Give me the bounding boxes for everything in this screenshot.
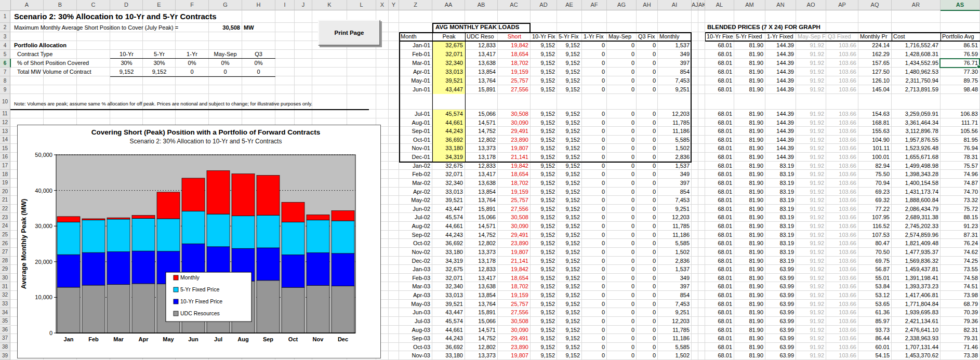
row-header-18[interactable]: 18 <box>0 170 10 179</box>
cell[interactable]: Aug-02 <box>399 222 432 231</box>
column-header-AA[interactable]: AA <box>432 0 465 10</box>
select-all-corner[interactable] <box>0 0 11 11</box>
cell[interactable]: Oct-02 <box>399 239 432 248</box>
cell[interactable]: 45,574 <box>432 110 465 118</box>
cell[interactable]: 144.39 <box>765 41 796 50</box>
cell[interactable]: 91.23 <box>941 222 980 231</box>
cell[interactable]: 68.01 <box>705 257 734 265</box>
cell[interactable]: 91.92 <box>796 136 826 144</box>
cell[interactable]: 0 <box>637 351 658 360</box>
cell[interactable]: 103.66 <box>826 188 858 196</box>
cell[interactable]: 0 <box>637 188 658 196</box>
cell[interactable]: 86.44 <box>858 334 892 343</box>
cell[interactable]: 1,888,600.84 <box>892 196 941 205</box>
cell[interactable]: 91.92 <box>796 308 826 317</box>
cell[interactable]: 0 <box>607 85 637 94</box>
cell[interactable]: 33,013 <box>432 68 465 76</box>
cell[interactable]: 81.90 <box>734 118 765 127</box>
cell[interactable]: 103.66 <box>826 308 858 317</box>
allocation-mw-cell[interactable]: 0 <box>209 69 242 75</box>
cell[interactable]: 0 <box>582 334 607 343</box>
cell[interactable]: 103.66 <box>826 239 858 248</box>
cell[interactable]: 68.01 <box>705 85 734 94</box>
cell[interactable]: 9,152 <box>531 118 557 127</box>
cell[interactable]: 7,453 <box>658 196 692 205</box>
cell[interactable]: 0 <box>637 231 658 239</box>
cell[interactable]: 0 <box>637 343 658 352</box>
cell[interactable]: 106.83 <box>941 110 980 118</box>
cell[interactable]: 54.15 <box>858 351 892 360</box>
cell[interactable]: 1,502 <box>658 248 692 257</box>
column-header-C[interactable]: C <box>77 0 110 10</box>
cell[interactable]: 91.92 <box>796 179 826 188</box>
cell[interactable]: 1,499,498.98 <box>892 162 941 170</box>
cell[interactable]: 75.72 <box>941 205 980 214</box>
cell[interactable]: 1,655,671.68 <box>892 153 941 162</box>
cell[interactable]: 13,764 <box>465 300 498 309</box>
cell[interactable]: 0 <box>637 334 658 343</box>
cell[interactable]: 81.90 <box>734 59 765 68</box>
cell[interactable]: 2,745,202.33 <box>892 222 941 231</box>
cell[interactable]: 9,152 <box>531 222 557 231</box>
allocation-col-1yr[interactable]: 1-Yr <box>176 51 208 57</box>
cell[interactable]: 1,939,695.83 <box>892 308 941 317</box>
cell[interactable]: 83.19 <box>765 239 796 248</box>
cell[interactable]: 83.19 <box>765 188 796 196</box>
cell[interactable]: 0 <box>582 153 607 162</box>
cell[interactable]: 36,692 <box>432 136 465 144</box>
cell[interactable]: 88.15 <box>941 213 980 222</box>
cell[interactable]: 18,654 <box>498 170 531 179</box>
cell[interactable]: 68.01 <box>705 127 734 136</box>
cell[interactable]: 12,802 <box>465 239 498 248</box>
cell[interactable]: 63.99 <box>765 326 796 335</box>
cell[interactable]: 25,757 <box>498 196 531 205</box>
cell[interactable]: 68.01 <box>705 317 734 326</box>
cell[interactable]: 15,891 <box>465 308 498 317</box>
cell[interactable]: 0 <box>637 205 658 214</box>
cell[interactable]: 0 <box>637 274 658 283</box>
cell[interactable]: 0 <box>637 110 658 118</box>
cell[interactable]: 9,251 <box>658 85 692 94</box>
cell[interactable]: 11,785 <box>658 326 692 335</box>
allocation-mw-cell[interactable]: 9,152 <box>143 69 176 75</box>
cell[interactable]: 15,891 <box>465 85 498 94</box>
cell[interactable]: 0 <box>607 274 637 283</box>
cell[interactable]: 9,152 <box>531 317 557 326</box>
cell[interactable]: 9,152 <box>531 282 557 291</box>
peak-table-header-monthly[interactable]: Monthly <box>659 32 691 41</box>
cell[interactable]: 81.90 <box>734 179 765 188</box>
cell[interactable]: 9,152 <box>531 274 557 283</box>
cell[interactable]: 81.90 <box>734 205 765 214</box>
cell[interactable]: Jul-02 <box>399 213 432 222</box>
cell[interactable]: 68.01 <box>705 188 734 196</box>
cell[interactable]: 103.66 <box>826 162 858 170</box>
column-header-AR[interactable]: AR <box>892 0 941 10</box>
blended-table-header-q3-fixed[interactable]: Q3 Fixed <box>828 32 857 41</box>
cell[interactable]: 0 <box>607 162 637 170</box>
cell[interactable]: 349 <box>658 170 692 179</box>
row-header-30[interactable]: 30 <box>0 274 10 283</box>
cell[interactable]: 1,477,935.37 <box>892 248 941 257</box>
cell[interactable]: 34,319 <box>432 257 465 265</box>
cell[interactable]: 74.58 <box>941 274 980 283</box>
cell[interactable]: 25,757 <box>498 300 531 309</box>
allocation-pct-cell[interactable]: 0% <box>242 60 275 66</box>
cell[interactable]: 63.99 <box>765 300 796 309</box>
cell[interactable]: 0 <box>582 326 607 335</box>
cell[interactable]: 1,434,552.95 <box>892 59 941 68</box>
cell[interactable]: 103.66 <box>826 85 858 94</box>
cell[interactable]: 103.66 <box>826 205 858 214</box>
cell[interactable]: 1,569,836.32 <box>892 257 941 265</box>
cell[interactable]: 81.90 <box>734 265 765 274</box>
cell[interactable]: 68.01 <box>705 179 734 188</box>
cell[interactable]: 224.14 <box>858 41 892 50</box>
cell[interactable]: 13,178 <box>465 257 498 265</box>
row-header-19[interactable]: 19 <box>0 179 10 188</box>
cell[interactable]: 0 <box>607 213 637 222</box>
cell[interactable]: 9,152 <box>557 308 582 317</box>
column-header-B[interactable]: B <box>44 0 77 10</box>
peak-table-header-peak[interactable]: Peak <box>434 32 464 41</box>
cell[interactable]: 68.01 <box>705 213 734 222</box>
cell[interactable]: 91.92 <box>796 205 826 214</box>
cell[interactable]: 81.90 <box>734 274 765 283</box>
